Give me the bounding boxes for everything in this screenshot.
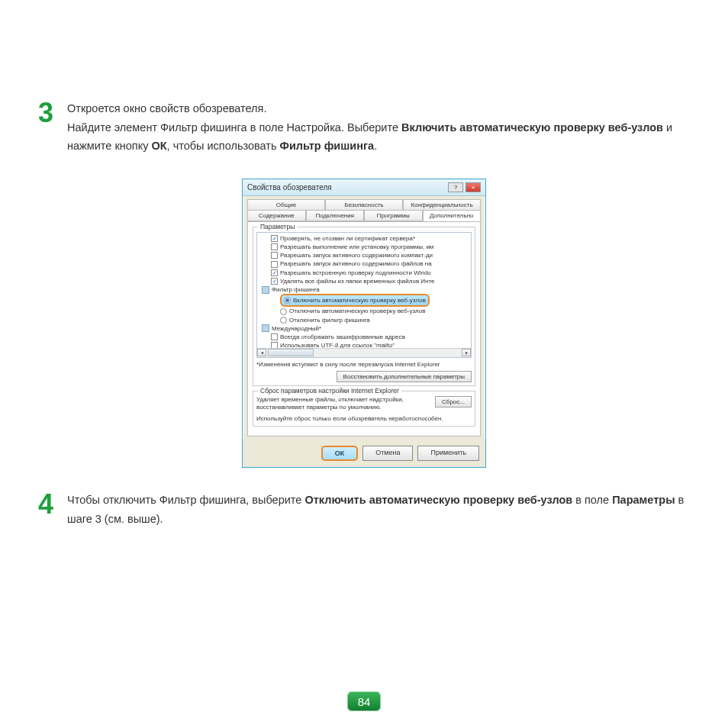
titlebar: Свойства обозревателя ? × [243, 179, 485, 196]
opt: Разрешать запуск активного содержимого к… [280, 251, 433, 259]
tab-security[interactable]: Безопасность [325, 199, 403, 211]
tab-connections[interactable]: Подключения [306, 210, 365, 221]
horizontal-scrollbar[interactable]: ◂ ▸ [257, 348, 471, 357]
opt: Удалять все файлы из папки временных фай… [280, 277, 435, 285]
internet-options-dialog: Свойства обозревателя ? × Общие Безопасн… [242, 179, 486, 468]
dialog-footer: ОК Отмена Применить [243, 440, 485, 467]
tab-advanced[interactable]: Дополнительно [423, 210, 482, 221]
scroll-left-icon[interactable]: ◂ [257, 349, 266, 356]
reset-note: Используйте сброс только если обозревате… [256, 415, 472, 423]
group-intl: Международный* [272, 324, 321, 333]
cancel-button[interactable]: Отмена [362, 446, 413, 461]
checkbox-icon[interactable] [271, 235, 278, 242]
step3-b: Включить автоматическую проверку веб-узл… [401, 121, 663, 134]
step3-g: . [374, 140, 377, 152]
help-button[interactable]: ? [448, 182, 463, 192]
highlighted-option[interactable]: Включить автоматическую проверку веб-узл… [280, 294, 430, 307]
ok-button[interactable]: ОК [321, 446, 359, 461]
tab-privacy[interactable]: Конфиденциальность [403, 199, 481, 211]
step3-e: , чтобы использовать [167, 140, 280, 152]
page-number: 84 [347, 691, 381, 711]
step-4: 4 Чтобы отключить Фильтр фишинга, выбери… [38, 491, 690, 528]
step4-b: Отключить автоматическую проверку веб-уз… [304, 494, 572, 506]
tab-panel: Проверять, не отозван ли сертификат серв… [247, 221, 481, 436]
opt-disable-filter: Отключить фильтр фишинга [289, 316, 370, 324]
reset-description: Удаляет временные файлы, отключает надст… [256, 396, 430, 412]
checkbox-icon[interactable] [271, 252, 278, 259]
group-icon [262, 286, 269, 294]
opt-disable-auto: Отключить автоматическую проверку веб-уз… [289, 307, 425, 315]
step-3: 3 Откроется окно свойств обозревателя. Н… [38, 99, 690, 156]
opt: Проверять, не отозван ли сертификат серв… [280, 234, 415, 243]
dialog-title: Свойства обозревателя [247, 183, 332, 192]
reset-fieldset: Удаляет временные файлы, отключает надст… [253, 391, 475, 427]
checkbox-icon[interactable] [271, 278, 278, 285]
opt: Разрешать выполнение или установку прогр… [280, 243, 433, 251]
restore-defaults-button[interactable]: Восстановить дополнительные параметры [337, 371, 472, 382]
group-icon [262, 324, 269, 332]
checkbox-icon[interactable] [271, 269, 278, 276]
opt-enable-auto: Включить автоматическую проверку веб-узл… [293, 296, 426, 304]
close-button[interactable]: × [465, 182, 481, 192]
step4-d: Параметры [612, 494, 675, 506]
step3-d: ОК [151, 140, 166, 152]
step-number-4: 4 [38, 491, 60, 528]
opt: Всегда отображать зашифрованные адреса [280, 333, 405, 341]
radio-icon[interactable] [280, 308, 287, 315]
step4-a: Чтобы отключить Фильтр фишинга, выберите [67, 494, 304, 506]
tabs-row-2: Содержание Подключения Программы Дополни… [243, 210, 485, 221]
scroll-thumb[interactable] [268, 349, 314, 356]
restart-note: *Изменения вступают в силу после перезап… [256, 361, 472, 368]
checkbox-icon[interactable] [271, 261, 278, 268]
parameters-fieldset: Проверять, не отозван ли сертификат серв… [253, 227, 475, 386]
tabs-row-1: Общие Безопасность Конфиденциальность [243, 199, 485, 211]
radio-icon[interactable] [280, 317, 287, 324]
tab-general[interactable]: Общие [247, 199, 325, 211]
tab-content[interactable]: Содержание [247, 210, 306, 221]
radio-icon[interactable] [284, 297, 291, 304]
opt: Разрешать встроенную проверку подлинност… [280, 269, 431, 277]
apply-button[interactable]: Применить [417, 446, 479, 461]
tab-programs[interactable]: Программы [364, 210, 423, 221]
step3-f: Фильтр фишинга [280, 140, 375, 152]
checkbox-icon[interactable] [271, 243, 278, 250]
opt: Разрешать запуск активного содержимого ф… [280, 259, 432, 268]
step3-line1: Откроется окно свойств обозревателя. [67, 102, 266, 114]
step-number-3: 3 [38, 99, 60, 156]
step3-a: Найдите элемент Фильтр фишинга в поле На… [67, 121, 401, 134]
group-phishing: Фильтр фишинга [272, 285, 320, 294]
step-4-body: Чтобы отключить Фильтр фишинга, выберите… [67, 491, 690, 528]
scroll-right-icon[interactable]: ▸ [462, 349, 471, 356]
checkbox-icon[interactable] [271, 333, 278, 340]
step4-c: в поле [572, 494, 612, 506]
reset-button[interactable]: Сброс... [435, 396, 472, 407]
step-3-body: Откроется окно свойств обозревателя. Най… [67, 99, 690, 156]
settings-tree[interactable]: Проверять, не отозван ли сертификат серв… [256, 232, 472, 358]
